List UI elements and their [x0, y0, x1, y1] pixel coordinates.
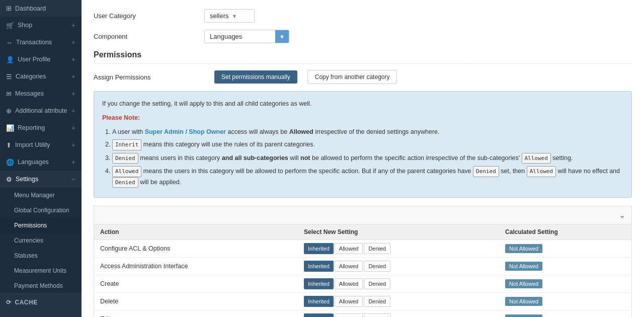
sidebar-item-categories[interactable]: ☰ Categories +	[0, 68, 82, 85]
sidebar-sub-item-payment-methods[interactable]: Payment Methods	[0, 278, 82, 293]
table-row: Delete Inherited Allowed Denied Not Allo…	[94, 293, 632, 310]
categories-icon: ☰	[6, 73, 12, 81]
permissions-table: Action Select New Setting Calculated Set…	[94, 224, 632, 317]
collapse-icon[interactable]: ⌄	[619, 210, 625, 220]
component-value: Languages	[205, 30, 275, 43]
user-category-value: sellers	[210, 12, 229, 20]
component-label: Component	[94, 33, 204, 40]
sidebar-item-additional-attribute[interactable]: ⊕ Additional attribute +	[0, 102, 82, 119]
permissions-table-area: ⌄ Action Select New Setting Calculated S…	[94, 206, 632, 317]
shop-icon: 🛒	[6, 22, 14, 29]
sidebar-sub-item-label: Payment Methods	[14, 282, 63, 289]
setting-buttons: Inherited Allowed Denied	[298, 293, 499, 310]
table-row: Configure ACL & Options Inherited Allowe…	[94, 240, 632, 258]
plus-icon: +	[71, 38, 75, 46]
setting-buttons: Inherited Allowed Denied	[298, 310, 499, 317]
sidebar-sub-item-label: Menu Manager	[14, 192, 55, 199]
table-header-row: Action Select New Setting Calculated Set…	[94, 224, 632, 240]
allowed-button[interactable]: Allowed	[335, 243, 363, 254]
please-note: Please Note:	[102, 114, 140, 121]
table-header-bar: ⌄	[94, 206, 632, 224]
setting-buttons: Inherited Allowed Denied	[298, 240, 499, 258]
denied-badge2: Denied	[473, 166, 499, 177]
sidebar-sub-item-label: Statuses	[14, 252, 38, 259]
component-select[interactable]: Languages ▼	[204, 30, 289, 43]
sidebar-item-user-profile[interactable]: 👤 User Profile +	[0, 51, 82, 68]
allowed-button[interactable]: Allowed	[335, 313, 363, 317]
sidebar-sub-item-label: Permissions	[14, 222, 47, 229]
sidebar-sub-item-global-config[interactable]: Global Configuration	[0, 203, 82, 218]
sidebar-item-label: User Profile	[18, 56, 50, 63]
sidebar-item-settings[interactable]: ⚙ Settings −	[0, 171, 82, 188]
table-row: Access Administration Interface Inherite…	[94, 258, 632, 275]
allowed-badge3: Allowed	[527, 166, 556, 177]
denied-button[interactable]: Denied	[364, 313, 390, 317]
set-permissions-manually-button[interactable]: Set permissions manually	[214, 70, 297, 84]
copy-from-category-button[interactable]: Copy from another category	[307, 70, 397, 84]
plus-icon: +	[71, 107, 75, 115]
not-allowed-badge: Not Allowed	[505, 262, 542, 271]
allowed-button[interactable]: Allowed	[335, 296, 363, 307]
sidebar-sub-item-measurement-units[interactable]: Measurement Units	[0, 263, 82, 278]
sidebar-item-import-utility[interactable]: ⬆ Import Utility +	[0, 136, 82, 153]
action-cell: Access Administration Interface	[94, 258, 298, 275]
sidebar-item-label: Import Utility	[15, 141, 50, 148]
sidebar-item-dashboard[interactable]: ⊞ Dashboard	[0, 0, 82, 17]
notes-list: A user with Super Admin / Shop Owner acc…	[102, 127, 623, 188]
autofix-button[interactable]: ✦ AUTO FIX	[0, 311, 82, 317]
sidebar-item-shop[interactable]: 🛒 Shop +	[0, 17, 82, 34]
sidebar-item-messages[interactable]: ✉ Messages +	[0, 85, 82, 102]
sidebar-sub-item-statuses[interactable]: Statuses	[0, 248, 82, 263]
plus-icon: +	[71, 90, 75, 98]
sidebar-item-label: Additional attribute	[15, 107, 67, 114]
setting-buttons: Inherited Allowed Denied	[298, 275, 499, 293]
sidebar-item-label: Categories	[16, 73, 46, 80]
inherited-button[interactable]: Inherited	[304, 261, 334, 272]
plus-icon: +	[71, 55, 75, 63]
cache-button[interactable]: ⟳ CACHE	[0, 294, 82, 311]
all-subcategories-text: and all sub-categories	[222, 154, 288, 162]
user-category-row: User Category sellers ▼	[94, 9, 632, 23]
denied-button[interactable]: Denied	[364, 261, 390, 272]
denied-button[interactable]: Denied	[364, 243, 390, 254]
inherited-button[interactable]: Inherited	[304, 313, 334, 317]
user-category-select[interactable]: sellers ▼	[204, 9, 255, 23]
inherited-button[interactable]: Inherited	[304, 278, 334, 289]
assign-permissions-row: Assign Permissions Set permissions manua…	[94, 70, 632, 84]
super-admin-text: Super Admin / Shop Owner	[145, 128, 226, 135]
inherited-button[interactable]: Inherited	[304, 296, 334, 307]
sidebar-item-label: Reporting	[18, 124, 45, 131]
sidebar-item-languages[interactable]: 🌐 Languages +	[0, 153, 82, 171]
action-cell: Configure ACL & Options	[94, 240, 298, 258]
sidebar-item-transactions[interactable]: ↔ Transactions +	[0, 34, 82, 51]
allowed-badge: Allowed	[522, 153, 551, 164]
sidebar-item-label: Settings	[16, 176, 38, 183]
not-allowed-badge: Not Allowed	[505, 244, 542, 253]
component-input: Languages ▼	[204, 30, 289, 43]
sidebar-sub-item-currencies[interactable]: Currencies	[0, 233, 82, 248]
allowed-button[interactable]: Allowed	[335, 278, 363, 289]
user-category-label: User Category	[94, 12, 204, 20]
sidebar-sub-item-menu-manager[interactable]: Menu Manager	[0, 188, 82, 203]
allowed-button[interactable]: Allowed	[335, 261, 363, 272]
note-3: Denied means users in this category and …	[112, 153, 623, 164]
settings-icon: ⚙	[6, 176, 12, 183]
cache-icon: ⟳	[6, 299, 12, 306]
allowed-text: Allowed	[289, 128, 313, 135]
component-row: Component Languages ▼	[94, 30, 632, 43]
inherited-button[interactable]: Inherited	[304, 243, 334, 254]
reporting-icon: 📊	[6, 124, 14, 132]
sidebar-item-reporting[interactable]: 📊 Reporting +	[0, 119, 82, 136]
sidebar-sub-item-permissions[interactable]: Permissions	[0, 218, 82, 233]
sidebar-item-label: Messages	[15, 90, 44, 97]
sidebar-item-label: Transactions	[16, 39, 52, 46]
cache-label: CACHE	[15, 299, 38, 306]
plus-icon: +	[71, 21, 75, 29]
denied-button[interactable]: Denied	[364, 278, 390, 289]
denied-button[interactable]: Denied	[364, 296, 390, 307]
plus-icon: +	[71, 124, 75, 132]
not-text: not	[300, 154, 310, 162]
action-cell: Edit	[94, 310, 298, 317]
sidebar-item-label: Shop	[18, 22, 32, 29]
calculated-cell: Not Allowed	[499, 310, 631, 317]
